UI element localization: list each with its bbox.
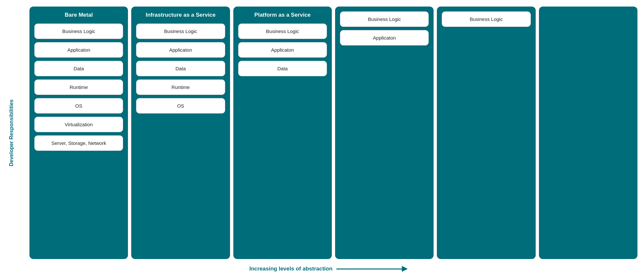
card-paas-1: Applicaton [238, 42, 327, 58]
card-iaas-4: OS [136, 98, 225, 113]
column-bare-metal: Bare MetalBusiness LogicApplicatonDataRu… [29, 7, 128, 259]
arrow-head [402, 266, 408, 272]
arrow-line [336, 266, 408, 272]
card-iaas-0: Business Logic [136, 24, 225, 39]
y-axis-wrapper: Developer Responsibilities [7, 7, 16, 259]
arrow-shaft [336, 269, 402, 269]
main-content: Developer Responsibilities Bare MetalBus… [0, 0, 644, 262]
card-bare-metal-4: OS [34, 98, 123, 113]
card-col4-1: Applicaton [340, 30, 429, 45]
column-title-bare-metal: Bare Metal [34, 11, 123, 19]
card-bare-metal-3: Runtime [34, 79, 123, 95]
abstraction-label: Increasing levels of abstraction [249, 266, 332, 272]
card-iaas-2: Data [136, 61, 225, 76]
card-iaas-3: Runtime [136, 79, 225, 95]
card-bare-metal-1: Applicaton [34, 42, 123, 58]
column-paas: Platform as a ServiceBusiness LogicAppli… [233, 7, 332, 259]
column-col6 [539, 7, 637, 259]
column-title-paas: Platform as a Service [238, 11, 327, 19]
y-axis-label: Developer Responsibilities [9, 99, 14, 166]
column-col4: Business LogicApplicaton [335, 7, 434, 259]
card-bare-metal-2: Data [34, 61, 123, 76]
columns-area: Bare MetalBusiness LogicApplicatonDataRu… [29, 7, 637, 259]
card-iaas-1: Applicaton [136, 42, 225, 58]
card-paas-2: Data [238, 61, 327, 76]
column-col5: Business Logic [437, 7, 535, 259]
column-title-iaas: Infrastructure as a Service [136, 11, 225, 19]
bottom-area: Increasing levels of abstraction [0, 262, 644, 278]
card-paas-0: Business Logic [238, 24, 327, 39]
column-iaas: Infrastructure as a ServiceBusiness Logi… [131, 7, 230, 259]
card-bare-metal-5: Virtualization [34, 117, 123, 132]
card-bare-metal-6: Server, Storage, Network [34, 135, 123, 151]
card-col4-0: Business Logic [340, 11, 429, 27]
card-bare-metal-0: Business Logic [34, 24, 123, 39]
card-col5-0: Business Logic [442, 11, 530, 27]
